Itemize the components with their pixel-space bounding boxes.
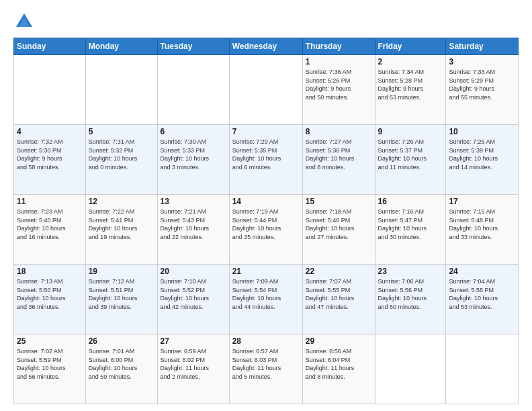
calendar-cell: 3Sunrise: 7:33 AMSunset: 5:29 PMDaylight… xyxy=(446,55,519,125)
day-info: Sunrise: 7:34 AMSunset: 5:28 PMDaylight:… xyxy=(378,68,443,101)
day-number: 18 xyxy=(17,267,83,276)
weekday-header-wednesday: Wednesday xyxy=(229,38,302,55)
day-info: Sunrise: 7:30 AMSunset: 5:33 PMDaylight:… xyxy=(161,138,226,171)
day-number: 13 xyxy=(161,197,226,206)
weekday-header-thursday: Thursday xyxy=(302,38,375,55)
weekday-header-tuesday: Tuesday xyxy=(157,38,229,55)
day-number: 16 xyxy=(378,197,443,206)
calendar-cell: 8Sunrise: 7:27 AMSunset: 5:36 PMDaylight… xyxy=(302,125,375,195)
day-number: 10 xyxy=(449,127,515,136)
day-number: 3 xyxy=(449,57,515,66)
day-number: 22 xyxy=(306,267,372,276)
calendar-cell xyxy=(446,334,519,404)
weekday-header-row: SundayMondayTuesdayWednesdayThursdayFrid… xyxy=(14,38,519,55)
calendar-cell: 20Sunrise: 7:10 AMSunset: 5:52 PMDayligh… xyxy=(157,265,229,334)
calendar-cell: 14Sunrise: 7:19 AMSunset: 5:44 PMDayligh… xyxy=(229,195,302,265)
day-info: Sunrise: 6:57 AMSunset: 6:03 PMDaylight:… xyxy=(232,347,300,381)
calendar-cell: 9Sunrise: 7:26 AMSunset: 5:37 PMDaylight… xyxy=(375,125,446,195)
day-info: Sunrise: 7:27 AMSunset: 5:36 PMDaylight:… xyxy=(306,138,372,171)
logo xyxy=(13,11,38,32)
calendar-cell xyxy=(157,55,229,125)
weekday-header-friday: Friday xyxy=(375,38,446,55)
calendar-cell xyxy=(85,55,157,125)
day-info: Sunrise: 6:59 AMSunset: 6:02 PMDaylight:… xyxy=(161,347,226,381)
calendar-cell: 12Sunrise: 7:22 AMSunset: 5:41 PMDayligh… xyxy=(85,195,157,265)
calendar-header: SundayMondayTuesdayWednesdayThursdayFrid… xyxy=(14,38,519,55)
calendar-cell: 15Sunrise: 7:18 AMSunset: 5:46 PMDayligh… xyxy=(302,195,375,265)
day-info: Sunrise: 7:21 AMSunset: 5:43 PMDaylight:… xyxy=(161,208,226,241)
calendar-cell xyxy=(14,55,86,125)
calendar-cell xyxy=(229,55,302,125)
calendar-cell: 11Sunrise: 7:23 AMSunset: 5:40 PMDayligh… xyxy=(14,195,86,265)
day-number: 1 xyxy=(306,57,372,66)
day-number: 19 xyxy=(89,267,154,276)
calendar-cell: 16Sunrise: 7:16 AMSunset: 5:47 PMDayligh… xyxy=(375,195,446,265)
calendar-cell: 23Sunrise: 7:06 AMSunset: 5:56 PMDayligh… xyxy=(375,265,446,334)
calendar-cell: 5Sunrise: 7:31 AMSunset: 5:32 PMDaylight… xyxy=(85,125,157,195)
day-info: Sunrise: 7:15 AMSunset: 5:48 PMDaylight:… xyxy=(449,208,515,241)
day-number: 8 xyxy=(306,127,372,136)
calendar-cell: 7Sunrise: 7:29 AMSunset: 5:35 PMDaylight… xyxy=(229,125,302,195)
calendar-cell: 29Sunrise: 6:56 AMSunset: 6:04 PMDayligh… xyxy=(302,334,375,404)
day-number: 4 xyxy=(17,127,83,136)
calendar-cell: 24Sunrise: 7:04 AMSunset: 5:58 PMDayligh… xyxy=(446,265,519,334)
day-number: 24 xyxy=(449,267,515,276)
calendar-cell xyxy=(375,334,446,404)
day-info: Sunrise: 7:16 AMSunset: 5:47 PMDaylight:… xyxy=(378,208,443,241)
day-info: Sunrise: 7:07 AMSunset: 5:55 PMDaylight:… xyxy=(306,277,372,311)
day-number: 23 xyxy=(378,267,443,276)
day-number: 5 xyxy=(89,127,154,136)
calendar-cell: 28Sunrise: 6:57 AMSunset: 6:03 PMDayligh… xyxy=(229,334,302,404)
day-number: 21 xyxy=(232,267,300,276)
day-info: Sunrise: 7:33 AMSunset: 5:29 PMDaylight:… xyxy=(449,68,515,101)
day-number: 2 xyxy=(378,57,443,66)
calendar-cell: 27Sunrise: 6:59 AMSunset: 6:02 PMDayligh… xyxy=(157,334,229,404)
page: SundayMondayTuesdayWednesdayThursdayFrid… xyxy=(0,0,532,411)
calendar-cell: 25Sunrise: 7:02 AMSunset: 5:59 PMDayligh… xyxy=(14,334,86,404)
day-number: 12 xyxy=(89,197,154,206)
day-number: 29 xyxy=(306,336,372,346)
day-number: 26 xyxy=(89,336,154,346)
day-info: Sunrise: 7:18 AMSunset: 5:46 PMDaylight:… xyxy=(306,208,372,241)
calendar-cell: 19Sunrise: 7:12 AMSunset: 5:51 PMDayligh… xyxy=(85,265,157,334)
day-info: Sunrise: 7:26 AMSunset: 5:37 PMDaylight:… xyxy=(378,138,443,171)
calendar-cell: 6Sunrise: 7:30 AMSunset: 5:33 PMDaylight… xyxy=(157,125,229,195)
day-info: Sunrise: 7:06 AMSunset: 5:56 PMDaylight:… xyxy=(378,277,443,311)
week-row-2: 4Sunrise: 7:32 AMSunset: 5:30 PMDaylight… xyxy=(14,125,519,195)
day-info: Sunrise: 7:02 AMSunset: 5:59 PMDaylight:… xyxy=(17,347,83,381)
day-info: Sunrise: 7:10 AMSunset: 5:52 PMDaylight:… xyxy=(161,277,226,311)
day-info: Sunrise: 7:36 AMSunset: 5:26 PMDaylight:… xyxy=(306,68,372,101)
calendar-body: 1Sunrise: 7:36 AMSunset: 5:26 PMDaylight… xyxy=(14,55,519,404)
day-number: 6 xyxy=(161,127,226,136)
calendar-cell: 2Sunrise: 7:34 AMSunset: 5:28 PMDaylight… xyxy=(375,55,446,125)
calendar-table: SundayMondayTuesdayWednesdayThursdayFrid… xyxy=(13,38,519,404)
header xyxy=(13,11,519,32)
week-row-1: 1Sunrise: 7:36 AMSunset: 5:26 PMDaylight… xyxy=(14,55,519,125)
day-info: Sunrise: 7:04 AMSunset: 5:58 PMDaylight:… xyxy=(449,277,515,311)
day-info: Sunrise: 7:09 AMSunset: 5:54 PMDaylight:… xyxy=(232,277,300,311)
calendar-cell: 4Sunrise: 7:32 AMSunset: 5:30 PMDaylight… xyxy=(14,125,86,195)
calendar-cell: 1Sunrise: 7:36 AMSunset: 5:26 PMDaylight… xyxy=(302,55,375,125)
day-number: 27 xyxy=(161,336,226,346)
week-row-3: 11Sunrise: 7:23 AMSunset: 5:40 PMDayligh… xyxy=(14,195,519,265)
day-number: 20 xyxy=(161,267,226,276)
week-row-5: 25Sunrise: 7:02 AMSunset: 5:59 PMDayligh… xyxy=(14,334,519,404)
day-info: Sunrise: 7:23 AMSunset: 5:40 PMDaylight:… xyxy=(17,208,83,241)
day-number: 28 xyxy=(232,336,300,346)
week-row-4: 18Sunrise: 7:13 AMSunset: 5:50 PMDayligh… xyxy=(14,265,519,334)
calendar-cell: 21Sunrise: 7:09 AMSunset: 5:54 PMDayligh… xyxy=(229,265,302,334)
weekday-header-sunday: Sunday xyxy=(14,38,86,55)
day-number: 7 xyxy=(232,127,300,136)
day-info: Sunrise: 7:22 AMSunset: 5:41 PMDaylight:… xyxy=(89,208,154,241)
day-info: Sunrise: 7:19 AMSunset: 5:44 PMDaylight:… xyxy=(232,208,300,241)
calendar-cell: 22Sunrise: 7:07 AMSunset: 5:55 PMDayligh… xyxy=(302,265,375,334)
day-number: 25 xyxy=(17,336,83,346)
day-number: 15 xyxy=(306,197,372,206)
weekday-header-monday: Monday xyxy=(85,38,157,55)
day-info: Sunrise: 7:32 AMSunset: 5:30 PMDaylight:… xyxy=(17,138,83,171)
calendar-cell: 18Sunrise: 7:13 AMSunset: 5:50 PMDayligh… xyxy=(14,265,86,334)
calendar-cell: 13Sunrise: 7:21 AMSunset: 5:43 PMDayligh… xyxy=(157,195,229,265)
day-info: Sunrise: 7:12 AMSunset: 5:51 PMDaylight:… xyxy=(89,277,154,311)
day-info: Sunrise: 7:29 AMSunset: 5:35 PMDaylight:… xyxy=(232,138,300,171)
day-info: Sunrise: 7:01 AMSunset: 6:00 PMDaylight:… xyxy=(89,347,154,381)
